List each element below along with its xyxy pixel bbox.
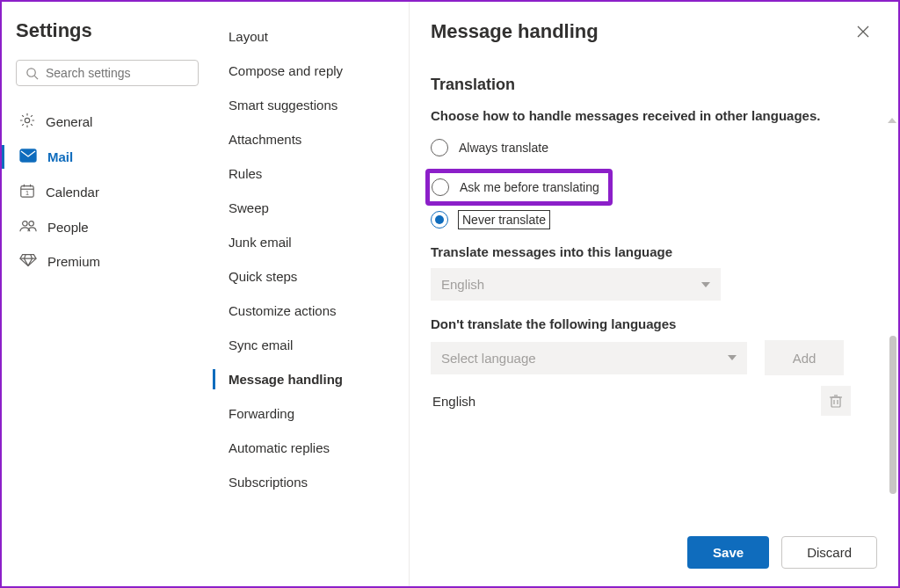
category-mail[interactable]: Mail (16, 140, 199, 174)
subnav-item-sweep[interactable]: Sweep (213, 191, 409, 225)
search-icon (25, 67, 39, 80)
translation-section-desc: Choose how to handle messages received i… (431, 108, 877, 123)
subnav-item-rules[interactable]: Rules (213, 156, 409, 191)
svg-rect-13 (831, 397, 840, 407)
subnav-item-message-handling[interactable]: Message handling (213, 362, 409, 396)
translate-into-value: English (441, 277, 484, 292)
category-label: General (46, 114, 92, 129)
excluded-language-label: English (432, 394, 475, 409)
settings-panel: Message handling Translation Choose how … (410, 2, 898, 586)
settings-sidebar: Settings GeneralMail1CalendarPeoplePremi… (2, 2, 213, 586)
calendar-icon: 1 (19, 183, 46, 201)
radio-icon (431, 211, 448, 229)
scroll-up-icon[interactable] (888, 118, 896, 123)
subnav-item-junk-email[interactable]: Junk email (213, 225, 409, 259)
people-icon (19, 219, 47, 236)
svg-point-0 (27, 68, 35, 76)
chevron-down-icon (701, 282, 710, 287)
radio-label: Never translate (459, 211, 549, 229)
subnav-item-quick-steps[interactable]: Quick steps (213, 259, 409, 294)
subnav-item-subscriptions[interactable]: Subscriptions (213, 465, 409, 499)
add-language-button[interactable]: Add (765, 340, 844, 375)
radio-never-translate[interactable]: Never translate (431, 211, 877, 229)
close-button[interactable] (849, 18, 877, 46)
save-button[interactable]: Save (687, 536, 769, 569)
svg-point-10 (29, 221, 33, 226)
svg-text:1: 1 (25, 189, 29, 197)
svg-point-2 (25, 118, 29, 122)
diamond-icon (19, 253, 47, 270)
close-icon (857, 25, 869, 38)
category-general[interactable]: General (16, 104, 199, 140)
translate-into-label: Translate messages into this language (431, 244, 877, 259)
subnav-item-smart-suggestions[interactable]: Smart suggestions (213, 88, 409, 122)
settings-window: Settings GeneralMail1CalendarPeoplePremi… (0, 0, 900, 588)
gear-icon (19, 113, 46, 131)
category-calendar[interactable]: 1Calendar (16, 174, 199, 210)
radio-label: Always translate (459, 141, 548, 155)
panel-header: Message handling (410, 2, 898, 54)
search-settings-input[interactable] (46, 66, 189, 80)
category-label: Mail (47, 149, 73, 164)
category-label: Premium (47, 254, 100, 269)
mail-icon (19, 149, 47, 165)
translation-section-title: Translation (431, 76, 877, 94)
excluded-language-row: English (431, 375, 853, 426)
subnav-item-customize-actions[interactable]: Customize actions (213, 294, 409, 328)
radio-ask-me-before-translating[interactable]: Ask me before translating (432, 178, 599, 196)
mail-subnav: LayoutCompose and replySmart suggestions… (213, 2, 410, 586)
annotation-highlight: Ask me before translating (425, 169, 613, 206)
chevron-down-icon (728, 355, 737, 360)
panel-title: Message handling (431, 20, 599, 43)
dont-translate-label: Don't translate the following languages (431, 316, 877, 331)
category-people[interactable]: People (16, 210, 199, 244)
subnav-item-automatic-replies[interactable]: Automatic replies (213, 431, 409, 465)
subnav-item-attachments[interactable]: Attachments (213, 122, 409, 156)
delete-language-button[interactable] (821, 386, 851, 416)
page-title: Settings (16, 19, 199, 42)
search-settings-input-wrap[interactable] (16, 60, 199, 86)
subnav-item-forwarding[interactable]: Forwarding (213, 396, 409, 431)
panel-footer: Save Discard (410, 524, 898, 586)
category-label: People (47, 220, 89, 235)
subnav-item-sync-email[interactable]: Sync email (213, 328, 409, 362)
category-label: Calendar (46, 185, 99, 200)
svg-point-9 (23, 221, 27, 226)
radio-icon (432, 178, 449, 196)
trash-icon (830, 394, 842, 408)
svg-line-1 (34, 76, 38, 79)
select-language-placeholder: Select language (441, 351, 536, 366)
radio-icon (431, 139, 448, 156)
subnav-item-layout[interactable]: Layout (213, 19, 409, 54)
scrollbar-thumb[interactable] (889, 336, 896, 494)
exclude-language-select[interactable]: Select language (431, 342, 747, 374)
radio-always-translate[interactable]: Always translate (431, 139, 877, 156)
discard-button[interactable]: Discard (781, 536, 877, 569)
translate-into-select[interactable]: English (431, 268, 721, 301)
subnav-item-compose-and-reply[interactable]: Compose and reply (213, 54, 409, 88)
radio-label: Ask me before translating (460, 180, 599, 194)
panel-body: Translation Choose how to handle message… (410, 54, 898, 524)
category-premium[interactable]: Premium (16, 244, 199, 279)
